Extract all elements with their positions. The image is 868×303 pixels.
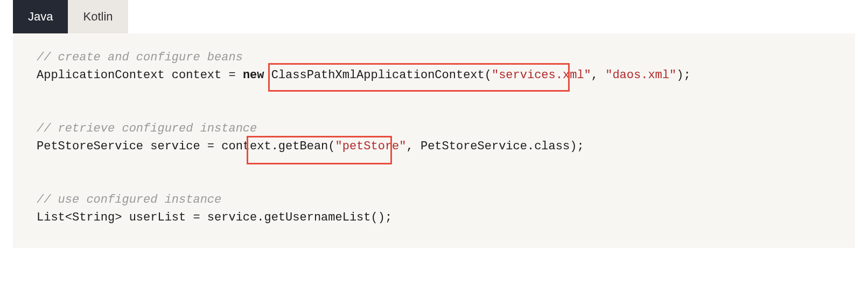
- code-comment: // create and configure beans: [37, 51, 243, 64]
- code-snippet-container: Java Kotlin // create and configure bean…: [0, 0, 868, 248]
- code-string: "petStore": [335, 140, 407, 153]
- code-text: );: [676, 68, 690, 82]
- language-tabs: Java Kotlin: [13, 0, 868, 33]
- code-text: ClassPathXmlApplicationContext(: [264, 68, 491, 82]
- code-keyword: new: [243, 68, 264, 82]
- code-comment: // retrieve configured instance: [37, 122, 257, 135]
- code-comment: // use configured instance: [37, 193, 221, 206]
- code-blank-line: [37, 102, 831, 120]
- tab-kotlin[interactable]: Kotlin: [68, 0, 128, 33]
- code-blank-line: [37, 84, 831, 102]
- code-block: // create and configure beans Applicatio…: [13, 33, 855, 248]
- code-line: ApplicationContext context = new ClassPa…: [37, 66, 831, 84]
- tab-java[interactable]: Java: [13, 0, 68, 33]
- code-line: // use configured instance: [37, 191, 831, 209]
- code-text: ,: [591, 68, 605, 82]
- code-text: , PetStoreService.class);: [407, 140, 584, 153]
- code-blank-line: [37, 155, 831, 173]
- code-line: PetStoreService service = context.getBea…: [37, 137, 831, 155]
- code-string: "daos.xml": [605, 68, 676, 82]
- code-line: // create and configure beans: [37, 49, 831, 66]
- code-blank-line: [37, 173, 831, 191]
- code-text: List<String> userList = service.getUsern…: [37, 211, 392, 224]
- code-string: "services.xml": [492, 68, 591, 82]
- code-line: // retrieve configured instance: [37, 120, 831, 137]
- code-line: List<String> userList = service.getUsern…: [37, 209, 831, 226]
- code-text: ApplicationContext context =: [37, 68, 243, 82]
- code-text: PetStoreService service = context.getBea…: [37, 140, 335, 153]
